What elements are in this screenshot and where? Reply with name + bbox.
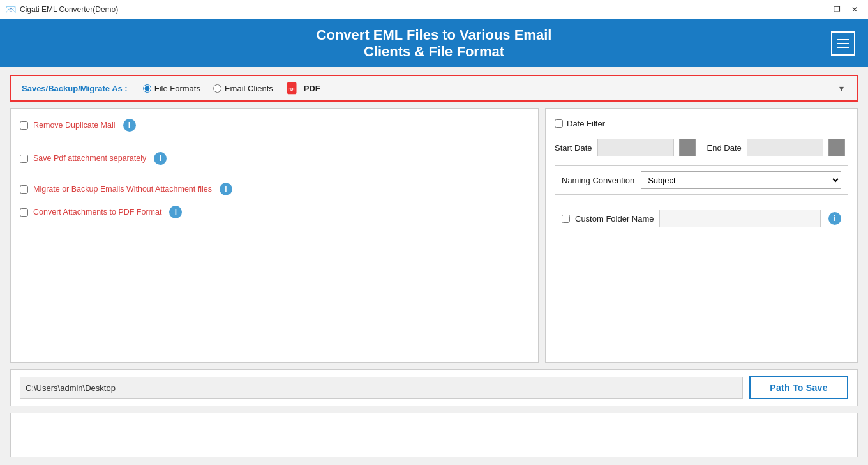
file-formats-label: File Formats [154,84,200,93]
menu-line-1 [837,39,849,40]
title-bar-left: 📧 Cigati EML Converter(Demo) [5,4,118,15]
end-date-input[interactable] [747,139,823,156]
option-row-2: Save Pdf attachment separately i [20,152,529,165]
header-menu-button[interactable] [831,31,855,56]
dropdown-arrow[interactable]: ▾ [839,83,846,93]
save-pdf-label[interactable]: Save Pdf attachment separately [33,154,146,163]
close-button[interactable]: ✕ [846,3,863,16]
naming-convention-row: Naming Convention Subject Date From To U… [555,165,848,195]
maximize-button[interactable]: ❐ [828,3,845,16]
migrate-backup-info[interactable]: i [220,183,232,195]
pdf-option[interactable]: PDF PDF [286,81,824,95]
remove-duplicate-info[interactable]: i [123,119,136,132]
convert-attachments-checkbox[interactable] [20,208,28,217]
date-filter-row: Date Filter [555,119,848,128]
file-formats-option[interactable]: File Formats [143,84,200,93]
path-section: Path To Save [10,369,858,406]
convert-attachments-label[interactable]: Convert Attachments to PDF Format [33,208,161,217]
minimize-button[interactable]: — [811,3,827,16]
path-to-save-button[interactable]: Path To Save [749,376,848,399]
menu-line-3 [837,47,849,48]
save-pdf-info[interactable]: i [154,152,167,165]
pdf-label: PDF [304,84,320,93]
end-date-picker-button[interactable] [828,139,845,156]
custom-folder-row: Custom Folder Name i [555,204,848,233]
app-icon: 📧 [5,4,16,15]
option-row-4: Convert Attachments to PDF Format i [20,206,529,218]
remove-duplicate-label[interactable]: Remove Duplicate Mail [33,121,116,130]
options-panel: Remove Duplicate Mail i Save Pdf attachm… [10,108,858,363]
date-filter-checkbox[interactable] [555,119,563,128]
custom-folder-info[interactable]: i [828,212,841,225]
menu-line-2 [837,43,849,44]
migrate-backup-checkbox[interactable] [20,185,28,194]
custom-folder-input[interactable] [659,210,821,227]
save-as-section: Saves/Backup/Migrate As : File Formats E… [10,75,858,102]
naming-convention-label: Naming Convention [562,176,634,185]
preview-section [10,413,858,457]
convert-attachments-info[interactable]: i [169,206,182,218]
date-row: Start Date End Date [555,139,848,156]
start-date-picker-button[interactable] [679,139,696,156]
option-row-1: Remove Duplicate Mail i [20,119,529,132]
pdf-icon: PDF [286,81,300,95]
svg-text:PDF: PDF [288,87,296,91]
file-formats-radio[interactable] [143,84,151,93]
email-clients-option[interactable]: Email Clients [213,84,273,93]
custom-folder-label[interactable]: Custom Folder Name [575,214,654,224]
email-clients-label: Email Clients [225,84,273,93]
option-row-3: Migrate or Backup Emails Without Attachm… [20,183,529,195]
save-as-label: Saves/Backup/Migrate As : [22,84,128,93]
path-input[interactable] [20,377,743,399]
save-pdf-checkbox[interactable] [20,155,28,163]
custom-folder-checkbox[interactable] [562,215,570,223]
header-banner: Convert EML Files to Various Email Clien… [0,19,868,67]
main-content: Saves/Backup/Migrate As : File Formats E… [0,67,868,465]
email-clients-radio[interactable] [213,84,221,93]
title-bar: 📧 Cigati EML Converter(Demo) — ❐ ✕ [0,0,868,19]
header-title: Convert EML Files to Various Email Clien… [294,27,574,60]
date-filter-label[interactable]: Date Filter [567,119,605,128]
remove-duplicate-checkbox[interactable] [20,121,28,130]
title-bar-controls: — ❐ ✕ [811,3,863,16]
end-date-label: End Date [707,143,742,153]
migrate-backup-label[interactable]: Migrate or Backup Emails Without Attachm… [33,185,212,194]
left-panel: Remove Duplicate Mail i Save Pdf attachm… [10,108,539,363]
radio-group: File Formats Email Clients PDF PDF [143,81,824,95]
naming-convention-select[interactable]: Subject Date From To UID [641,171,841,189]
start-date-label: Start Date [555,143,592,153]
start-date-input[interactable] [597,139,674,156]
app-title: Cigati EML Converter(Demo) [20,5,118,14]
right-panel: Date Filter Start Date End Date Naming C… [545,108,858,363]
